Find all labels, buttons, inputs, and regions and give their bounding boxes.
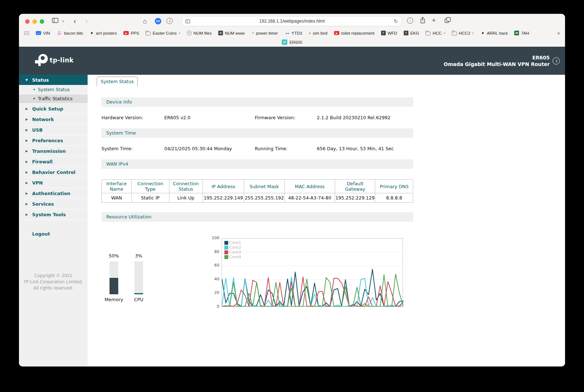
- device-info-row: Hardware Version: ER605 v2.0 Firmware Ve…: [101, 114, 413, 121]
- tab-system-status[interactable]: System Status: [97, 77, 138, 86]
- minimize-window-button[interactable]: [32, 19, 37, 24]
- bullet-icon: •: [33, 87, 35, 92]
- sidebar-item-label: USB: [32, 127, 43, 133]
- bookmark-item[interactable]: ♦arrl posters: [90, 31, 117, 35]
- chart-legend: Core1Core2Core3Core4: [224, 240, 241, 259]
- bookmark-item[interactable]: M7AH: [514, 31, 529, 35]
- tp-link-logo: tp-link: [34, 53, 74, 69]
- bookmark-label: EKG: [410, 31, 419, 35]
- sidebar-item-traffic-statistics[interactable]: •Traffic Statistics: [19, 94, 88, 104]
- table-row: WANStatic IPLink Up195.252.229.149255.25…: [102, 193, 413, 203]
- apps-grid-icon: [24, 31, 29, 35]
- extension-info-icon[interactable]: i: [166, 18, 173, 24]
- table-cell: Static IP: [131, 193, 169, 203]
- legend-swatch: [224, 245, 228, 250]
- sidebar-item-label: Preferences: [32, 138, 63, 143]
- bookmark-item[interactable]: NNUM www: [218, 31, 245, 35]
- bookmark-label: sim bird: [313, 31, 327, 35]
- bookmark-label: toilet replacement: [341, 31, 374, 35]
- sidebar-item-services[interactable]: ▶Services: [19, 199, 88, 209]
- sidebar-item-system-status[interactable]: •System Status: [19, 85, 88, 94]
- bookmark-item[interactable]: FP QRPbacon bits: [57, 31, 83, 35]
- column-header: IP Address: [203, 180, 244, 193]
- sidebar-toggle-icon[interactable]: [52, 18, 58, 23]
- section-device-info: Device Info: [101, 97, 413, 107]
- system-time-row: System Time: 04/21/2025 05:30:44 Monday …: [101, 145, 413, 152]
- adblock-extension-icon[interactable]: ABP: [155, 18, 161, 24]
- column-header: Primary DNS: [375, 180, 413, 193]
- tab-favicon: P: [282, 39, 287, 45]
- address-bar[interactable]: 192.168.1.1/webpages/index.html ↻: [182, 16, 402, 26]
- table-cell: 8.8.8.8: [375, 193, 413, 203]
- youtube-icon: ▶: [123, 31, 129, 35]
- active-tab[interactable]: P ER605: [282, 39, 302, 45]
- field-label: Firmware Version:: [255, 115, 317, 120]
- sidebar-menu-chevron-icon[interactable]: ∨: [61, 19, 65, 23]
- bookmark-label: 7AH: [521, 31, 529, 35]
- bookmark-label: WFD: [388, 31, 397, 35]
- bookmark-item[interactable]: ✎NUM files: [187, 31, 212, 35]
- bookmark-item[interactable]: [24, 31, 29, 35]
- bookmark-label: arrl posters: [96, 31, 117, 35]
- reader-view-icon[interactable]: [185, 19, 190, 23]
- sidebar-item-label: System Tools: [32, 212, 66, 217]
- folder-icon: [452, 32, 457, 35]
- chevron-collapsed-icon: ▶: [26, 150, 28, 153]
- zoom-window-button[interactable]: [40, 19, 44, 24]
- field-label: Hardware Version:: [101, 115, 164, 120]
- chevron-collapsed-icon: ▶: [26, 107, 28, 110]
- logout-button[interactable]: Logout: [19, 229, 88, 239]
- bookmark-item[interactable]: ▲▲YTD3: [284, 31, 302, 35]
- bookmark-item[interactable]: ◔power timer: [251, 31, 278, 35]
- forward-button[interactable]: ›: [82, 16, 91, 26]
- back-button[interactable]: ‹: [71, 16, 79, 26]
- sidebar-item-network[interactable]: ▶Network: [19, 114, 88, 125]
- sidebar-item-behavior-control[interactable]: ▶Behavior Control: [19, 167, 88, 178]
- device-info-icon[interactable]: i: [553, 57, 560, 65]
- main-content: System Status Device Info Hardware Versi…: [88, 75, 565, 366]
- tab-overview-icon[interactable]: [445, 17, 451, 23]
- new-tab-button[interactable]: +: [432, 16, 436, 24]
- section-wan-ipv4: WAN IPv4: [101, 159, 413, 169]
- share-icon[interactable]: [420, 17, 426, 24]
- home-icon[interactable]: ⌂: [141, 17, 149, 26]
- device-model: ER605: [444, 55, 550, 61]
- gauge-bar: [110, 261, 118, 294]
- table-cell: 255.255.255.192: [244, 193, 284, 203]
- bookmarks-overflow-chevron[interactable]: »: [557, 30, 560, 36]
- sidebar-item-quick-setup[interactable]: ▶Quick Setup: [19, 104, 88, 114]
- bookmark-item[interactable]: Easter Coins∨: [146, 31, 180, 35]
- bookmark-item[interactable]: ●sim bird: [309, 31, 327, 35]
- column-header: Connection Status: [169, 180, 203, 193]
- downloads-icon[interactable]: ↓: [407, 18, 413, 24]
- sidebar-item-label: Firewall: [32, 159, 53, 164]
- sidebar-item-firewall[interactable]: ▶Firewall: [19, 156, 88, 167]
- chevron-down-icon: ∨: [178, 32, 180, 35]
- refresh-icon[interactable]: ↻: [394, 19, 398, 24]
- mountains-icon: ▲▲: [284, 32, 289, 34]
- bookmark-item[interactable]: ▶PPS: [123, 31, 139, 35]
- sidebar-item-usb[interactable]: ▶USB: [19, 125, 88, 135]
- sidebar-item-system-tools[interactable]: ▶System Tools: [19, 209, 88, 220]
- bookmark-item[interactable]: TWFD: [381, 31, 397, 35]
- bookmark-item[interactable]: VIN: [36, 31, 50, 35]
- sidebar-item-transmission[interactable]: ▶Transmission: [19, 146, 88, 156]
- sidebar-item-preferences[interactable]: ▶Preferences: [19, 135, 88, 146]
- sidebar-item-vpn[interactable]: ▶VPN: [19, 178, 88, 188]
- url-text: 192.168.1.1/webpages/index.html: [190, 19, 394, 24]
- browser-chrome: ∨ ‹ › ⌂ ABP i 192.168.1.1/webpages/index…: [19, 14, 565, 47]
- sidebar-item-status[interactable]: ▼Status: [19, 75, 88, 85]
- bookmark-item[interactable]: ♦ARRL hack: [481, 31, 508, 35]
- chevron-collapsed-icon: ▶: [26, 128, 28, 132]
- close-window-button[interactable]: [25, 19, 30, 24]
- copyright-line: Copyright © 2021: [19, 273, 88, 279]
- thumb-icon: T: [404, 31, 408, 35]
- bookmark-item[interactable]: HCC2∨: [452, 31, 474, 35]
- gauge-name: Memory: [102, 297, 126, 302]
- field-value: 04/21/2025 05:30:44 Monday: [164, 146, 255, 151]
- bookmark-item[interactable]: HCC∨: [426, 31, 445, 35]
- sidebar-item-authentication[interactable]: ▶Authentication: [19, 188, 88, 199]
- bookmark-item[interactable]: ▶toilet replacement: [334, 31, 374, 35]
- gauge-name: CPU: [127, 297, 150, 302]
- bookmark-item[interactable]: TEKG: [404, 31, 419, 35]
